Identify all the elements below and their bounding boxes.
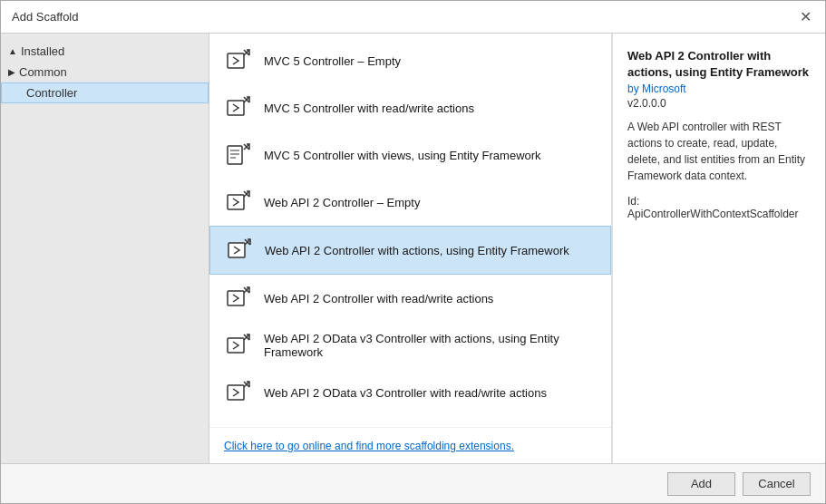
add-button[interactable]: Add xyxy=(667,472,735,496)
controller-icon xyxy=(225,236,254,265)
online-link[interactable]: Click here to go online and find more sc… xyxy=(224,440,514,452)
controller-icon xyxy=(224,188,253,217)
controller-icon xyxy=(224,284,253,313)
content-area: MVC 5 Controller – Empty MVC 5 Controlle… xyxy=(209,34,612,463)
svg-rect-1 xyxy=(228,101,244,115)
title-bar: Add Scaffold ✕ xyxy=(1,1,825,34)
main-area: ▲ Installed ▶ Common Controller xyxy=(1,34,825,463)
controller-icon xyxy=(224,378,253,407)
installed-label: Installed xyxy=(21,44,64,58)
scaffold-item-name: Web API 2 OData v3 Controller with actio… xyxy=(264,332,597,359)
scaffold-item-name: MVC 5 Controller – Empty xyxy=(264,54,401,68)
svg-rect-0 xyxy=(228,53,244,68)
common-arrow-icon: ▶ xyxy=(8,67,15,77)
close-button[interactable]: ✕ xyxy=(796,8,814,26)
detail-id: Id: ApiControllerWithContextScaffolder xyxy=(627,195,811,220)
svg-rect-9 xyxy=(228,338,244,353)
svg-rect-6 xyxy=(228,195,244,209)
list-item[interactable]: MVC 5 Controller – Empty xyxy=(209,37,611,84)
common-label: Common xyxy=(19,65,67,79)
controller-label: Controller xyxy=(26,86,77,100)
cancel-button[interactable]: Cancel xyxy=(743,472,811,496)
sidebar: ▲ Installed ▶ Common Controller xyxy=(1,34,209,463)
svg-rect-8 xyxy=(228,291,244,305)
detail-title: Web API 2 Controller with actions, using… xyxy=(627,48,811,81)
list-item[interactable]: Web API 2 Controller with actions, using… xyxy=(209,226,611,275)
installed-arrow-icon: ▲ xyxy=(8,46,17,56)
dialog-title: Add Scaffold xyxy=(12,10,78,24)
scaffold-item-name: Web API 2 Controller with actions, using… xyxy=(265,244,569,257)
controller-icon xyxy=(224,46,253,75)
scaffold-list: MVC 5 Controller – Empty MVC 5 Controlle… xyxy=(209,34,611,427)
svg-rect-7 xyxy=(228,243,245,257)
detail-description: A Web API controller with REST actions t… xyxy=(627,119,811,184)
detail-version: v2.0.0.0 xyxy=(627,97,811,110)
controller-icon xyxy=(224,93,253,122)
sidebar-installed-header: ▲ Installed xyxy=(1,41,209,62)
online-link-area: Click here to go online and find more sc… xyxy=(209,427,611,463)
controller-ef-icon xyxy=(224,141,253,170)
list-item[interactable]: MVC 5 Controller with views, using Entit… xyxy=(209,131,611,179)
list-item[interactable]: Web API 2 Controller – Empty xyxy=(209,179,611,226)
sidebar-controller-item[interactable]: Controller xyxy=(1,82,209,103)
add-scaffold-dialog: Add Scaffold ✕ ▲ Installed ▶ Common Cont… xyxy=(0,0,826,504)
scaffold-item-name: Web API 2 Controller – Empty xyxy=(264,196,420,209)
svg-rect-2 xyxy=(228,146,242,164)
list-item[interactable]: Web API 2 Controller with read/write act… xyxy=(209,275,611,322)
sidebar-common-item[interactable]: ▶ Common xyxy=(1,62,209,82)
controller-icon xyxy=(224,331,253,360)
list-item[interactable]: Web API 2 OData v3 Controller with actio… xyxy=(209,322,611,369)
footer: Add Cancel xyxy=(1,463,825,503)
scaffold-item-name: MVC 5 Controller with read/write actions xyxy=(264,102,474,115)
detail-panel: Web API 2 Controller with actions, using… xyxy=(612,34,825,463)
svg-rect-10 xyxy=(228,385,244,400)
list-item[interactable]: Web API 2 OData v3 Controller with read/… xyxy=(209,369,611,416)
scaffold-item-name: Web API 2 Controller with read/write act… xyxy=(264,292,493,305)
scaffold-item-name: MVC 5 Controller with views, using Entit… xyxy=(264,149,541,162)
scaffold-item-name: Web API 2 OData v3 Controller with read/… xyxy=(264,386,547,400)
detail-by: by Microsoft xyxy=(627,82,811,95)
list-item[interactable]: MVC 5 Controller with read/write actions xyxy=(209,84,611,131)
